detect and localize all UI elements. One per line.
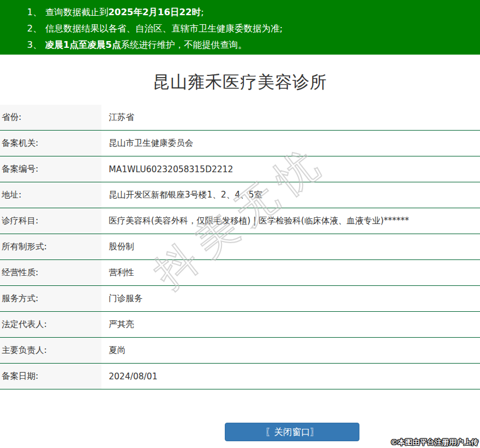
field-value: 门诊服务 [101, 286, 480, 311]
notice-banner: 1、查询数据截止到2025年2月16日22时;2、信息数据结果以各省、自治区、直… [0, 0, 480, 55]
notice-line-text: 信息数据结果以各省、自治区、直辖市卫生健康委数据为准; [45, 23, 282, 34]
table-row: 法定代表人:严其亮 [0, 312, 480, 338]
field-value: 股份制 [101, 234, 480, 259]
table-row: 地址:昆山开发区新都银座3号楼1、2、4、5室 [0, 182, 480, 208]
notice-line-number: 1、 [27, 7, 42, 17]
field-label: 服务方式: [0, 286, 101, 311]
notice-line-number: 2、 [27, 23, 42, 34]
table-row: 备案日期:2024/08/01 [0, 364, 480, 389]
notice-line-text: ; [201, 7, 203, 17]
field-label: 备案机关: [0, 131, 101, 156]
table-row: 主要负责人:夏尚 [0, 338, 480, 364]
field-value: 营利性 [101, 260, 480, 285]
field-label: 备案日期: [0, 364, 101, 389]
field-label: 省份: [0, 105, 101, 130]
table-row: 备案机关:昆山市卫生健康委员会 [0, 131, 480, 156]
uploader-note: ©本图由平台注册用户上传 [390, 437, 478, 447]
field-label: 主要负责人: [0, 338, 101, 363]
field-label: 诊疗科目: [0, 208, 101, 234]
table-row: 诊疗科目:医疗美容科(美容外科，仅限毛发移植) | 医学检验科(临床体液、血液专… [0, 208, 480, 234]
field-label: 法定代表人: [0, 312, 101, 337]
notice-line: 3、凌晨1点至凌晨5点系统进行维护，不能提供查询。 [27, 37, 480, 53]
field-label: 所有制形式: [0, 234, 101, 259]
field-value: 医疗美容科(美容外科，仅限毛发移植) | 医学检验科(临床体液、血液专业)***… [101, 208, 480, 234]
notice-line: 2、信息数据结果以各省、自治区、直辖市卫生健康委数据为准; [27, 20, 480, 37]
record-page: 1、查询数据截止到2025年2月16日22时;2、信息数据结果以各省、自治区、直… [0, 0, 480, 448]
field-value: 江苏省 [101, 105, 480, 130]
field-value: MA1WLU60232058315D2212 [101, 156, 480, 182]
field-label: 地址: [0, 182, 101, 208]
table-row: 省份:江苏省 [0, 105, 480, 131]
field-value: 昆山开发区新都银座3号楼1、2、4、5室 [101, 182, 480, 208]
field-label: 经营性质: [0, 260, 101, 285]
notice-line-text: 2025年2月16日22时 [108, 7, 201, 17]
field-value: 夏尚 [101, 338, 480, 363]
notice-line-number: 3、 [27, 39, 42, 50]
notice-line-text: 系统进行维护，不能提供查询。 [121, 39, 247, 50]
field-label: 备案编号: [0, 156, 101, 182]
table-row: 所有制形式:股份制 [0, 234, 480, 260]
field-value: 2024/08/01 [101, 364, 480, 389]
field-value: 昆山市卫生健康委员会 [101, 131, 480, 156]
notice-line-text: 凌晨1点至凌晨5点 [45, 39, 121, 50]
table-row: 经营性质:营利性 [0, 260, 480, 286]
notice-line-text: 查询数据截止到 [45, 7, 108, 17]
field-value: 严其亮 [101, 312, 480, 337]
close-window-button[interactable]: 〖关闭窗口〗 [225, 423, 359, 441]
notice-line: 1、查询数据截止到2025年2月16日22时; [27, 4, 480, 20]
table-row: 服务方式:门诊服务 [0, 286, 480, 312]
record-table: 省份:江苏省备案机关:昆山市卫生健康委员会备案编号:MA1WLU60232058… [0, 105, 480, 389]
page-title: 昆山雍禾医疗美容诊所 [0, 70, 480, 94]
table-row: 备案编号:MA1WLU60232058315D2212 [0, 156, 480, 182]
